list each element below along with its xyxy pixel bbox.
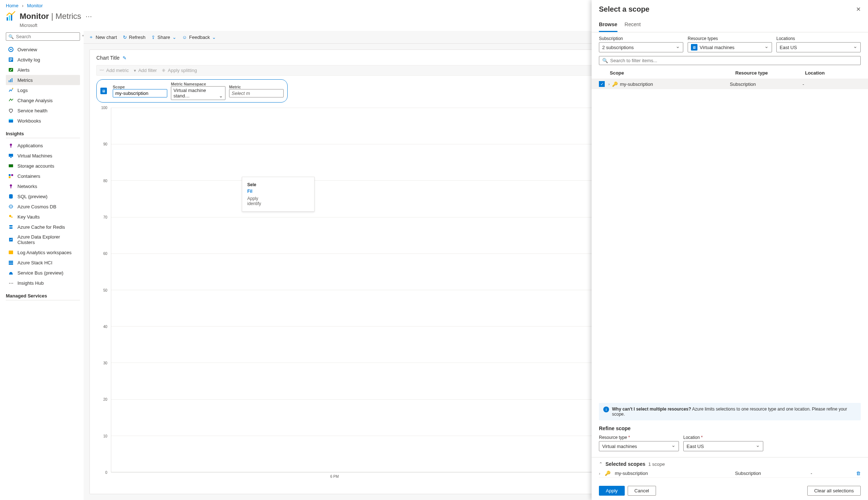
- nav-workbooks[interactable]: Workbooks: [6, 116, 80, 126]
- scope-checkbox[interactable]: ✓: [599, 81, 605, 87]
- add-metric-button[interactable]: 〰Add metric: [100, 68, 129, 73]
- svg-point-25: [10, 184, 12, 187]
- feedback-button[interactable]: ☺Feedback⌄: [182, 35, 216, 40]
- svg-rect-8: [9, 60, 11, 61]
- nav-cosmos[interactable]: Azure Cosmos DB: [6, 201, 80, 212]
- close-icon[interactable]: ✕: [856, 6, 861, 13]
- nav-virtual-machines[interactable]: Virtual Machines: [6, 151, 80, 161]
- selected-scopes: ⌃ Selected scopes 1 scope › 🔑 my-subscri…: [592, 457, 868, 481]
- hint-fil[interactable]: Fil: [247, 189, 309, 194]
- apply-splitting-button[interactable]: ⁜Apply splitting: [162, 68, 197, 73]
- selected-scopes-header[interactable]: ⌃ Selected scopes 1 scope: [599, 461, 861, 467]
- apply-button[interactable]: Apply: [599, 486, 625, 496]
- nav-stack-hci[interactable]: Azure Stack HCI: [6, 257, 80, 268]
- nav-overview[interactable]: Overview: [6, 44, 80, 55]
- change-analysis-icon: [8, 97, 14, 103]
- panel-tabs: Browse Recent: [592, 16, 868, 32]
- chart-title: Chart Title: [96, 55, 120, 61]
- info-question: Why can't I select multiple resources?: [612, 407, 691, 412]
- nav-change-analysis[interactable]: Change Analysis: [6, 95, 80, 105]
- key-icon: 🔑: [605, 471, 611, 476]
- nav-redis[interactable]: Azure Cache for Redis: [6, 222, 80, 232]
- tab-recent[interactable]: Recent: [625, 19, 641, 32]
- search-icon: 🔍: [8, 34, 14, 39]
- nav-service-health[interactable]: Service health: [6, 105, 80, 116]
- nav-containers[interactable]: Containers: [6, 171, 80, 181]
- nav-applications[interactable]: Applications: [6, 140, 80, 151]
- nav-log-analytics[interactable]: Log Analytics workspaces: [6, 247, 80, 257]
- namespace-select[interactable]: Virtual machine stand… ⌄: [171, 86, 225, 100]
- managed-group-title: Managed Services: [6, 293, 80, 299]
- nav-metrics[interactable]: Metrics: [6, 75, 80, 85]
- clear-all-button[interactable]: Clear all selections: [807, 486, 861, 496]
- sidebar-search[interactable]: 🔍: [6, 32, 80, 41]
- nav-adx[interactable]: Azure Data Explorer Clusters: [6, 232, 80, 247]
- refine-rt-select[interactable]: Virtual machines: [599, 441, 679, 451]
- svg-rect-38: [9, 264, 13, 265]
- page-title: Monitor: [20, 12, 49, 21]
- col-location: Location: [805, 70, 861, 76]
- svg-point-32: [9, 225, 13, 227]
- scope-search[interactable]: 🔍: [599, 56, 861, 65]
- col-scope: Scope: [599, 70, 735, 76]
- svg-rect-23: [11, 174, 13, 176]
- scope-search-input[interactable]: [610, 58, 857, 63]
- key-icon: 🔑: [612, 81, 618, 87]
- vm-icon: 🖥: [691, 44, 697, 51]
- scope-rt: Subscription: [730, 81, 803, 87]
- breadcrumb-home[interactable]: Home: [6, 3, 19, 8]
- scope-panel: Select a scope ✕ Browse Recent Subscript…: [592, 0, 868, 500]
- tab-browse[interactable]: Browse: [599, 19, 617, 32]
- action-row: Apply Cancel Clear all selections: [592, 481, 868, 500]
- add-metric-icon: 〰: [100, 68, 104, 73]
- breadcrumb-monitor[interactable]: Monitor: [27, 3, 43, 8]
- svg-rect-24: [9, 176, 11, 178]
- service-bus-icon: [8, 270, 14, 276]
- monitor-icon: [6, 11, 16, 21]
- service-health-icon: [8, 108, 14, 113]
- sql-icon: [8, 193, 14, 199]
- nav-sql[interactable]: SQL (preview): [6, 191, 80, 201]
- feedback-icon: ☺: [182, 35, 187, 40]
- nav-alerts[interactable]: Alerts: [6, 65, 80, 75]
- scope-row[interactable]: ✓ › 🔑 my-subscription Subscription -: [592, 79, 868, 89]
- cancel-button[interactable]: Cancel: [628, 486, 656, 496]
- nav-networks[interactable]: Networks: [6, 181, 80, 191]
- resource-types-select[interactable]: 🖥Virtual machines: [688, 42, 772, 52]
- split-icon: ⁜: [162, 68, 165, 73]
- scope-input[interactable]: [113, 89, 167, 97]
- edit-title-icon[interactable]: ✎: [123, 55, 127, 61]
- new-chart-button[interactable]: ＋New chart: [89, 34, 117, 40]
- svg-rect-15: [9, 119, 13, 120]
- nav-storage[interactable]: Storage accounts: [6, 161, 80, 171]
- networks-icon: [8, 183, 14, 189]
- share-icon: ⇪: [151, 35, 155, 40]
- key-icon: [8, 214, 14, 220]
- more-menu-icon[interactable]: ⋯: [85, 12, 92, 20]
- expand-icon[interactable]: ›: [608, 82, 610, 86]
- sidebar: « 🔍 Overview Activity log Alerts Metrics…: [0, 31, 84, 500]
- delete-scope-icon[interactable]: 🗑: [856, 471, 861, 476]
- svg-point-29: [9, 206, 13, 207]
- nav-activity-log[interactable]: Activity log: [6, 55, 80, 65]
- svg-point-16: [10, 144, 12, 146]
- nav-logs[interactable]: Logs: [6, 85, 80, 95]
- refresh-button[interactable]: ↻Refresh: [123, 35, 146, 40]
- share-button[interactable]: ⇪Share⌄: [151, 35, 176, 40]
- chevron-up-icon: ⌃: [599, 461, 603, 467]
- refine-loc-select[interactable]: East US: [683, 441, 763, 451]
- refine-loc-label: Location *: [683, 435, 763, 440]
- metric-select[interactable]: Select m: [229, 89, 284, 97]
- nav-insights-hub[interactable]: ⋯Insights Hub: [6, 278, 80, 288]
- add-filter-button[interactable]: ▾Add filter: [134, 68, 157, 73]
- scope-label: Scope: [113, 85, 167, 89]
- subscription-select[interactable]: 2 subscriptions: [599, 42, 683, 52]
- nav-keyvaults[interactable]: Key Vaults: [6, 212, 80, 222]
- plus-icon: ＋: [89, 34, 93, 40]
- expand-icon[interactable]: ›: [599, 471, 600, 476]
- ss-name: my-subscription: [615, 471, 648, 476]
- nav-service-bus[interactable]: Service Bus (preview): [6, 268, 80, 278]
- sidebar-search-input[interactable]: [16, 34, 77, 39]
- namespace-label: Metric Namespace: [171, 82, 225, 86]
- locations-select[interactable]: East US: [776, 42, 861, 52]
